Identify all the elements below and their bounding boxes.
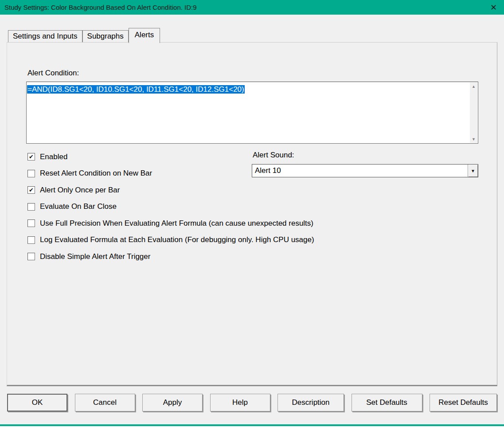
dialog-button-label: Cancel <box>93 398 117 407</box>
tab-label: Settings and Inputs <box>13 32 78 40</box>
dialog-button[interactable]: OK <box>7 394 67 411</box>
checkbox-label: Disable Simple Alert After Trigger <box>40 252 150 261</box>
checkbox-label: Log Evaluated Formula at Each Evaluation… <box>40 235 314 244</box>
button-row: OK Cancel Apply Help Description Set Def… <box>7 394 497 411</box>
checkbox-row[interactable]: ✔ Alert Only Once per Bar <box>27 185 314 195</box>
alert-sound-label: Alert Sound: <box>253 151 294 160</box>
checkbox-label: Reset Alert Condition on New Bar <box>40 169 152 178</box>
alert-condition-label: Alert Condition: <box>27 69 79 78</box>
dialog-button[interactable]: Reset Defaults <box>430 394 497 411</box>
alert-sound-select[interactable]: Alert 10 ▼ <box>252 164 478 177</box>
tab-label: Alerts <box>135 31 154 39</box>
tab[interactable]: Alerts <box>129 28 160 43</box>
checkbox[interactable]: ✔ <box>27 153 35 161</box>
dialog-button-label: Reset Defaults <box>438 398 488 407</box>
checkbox-label: Use Full Precision When Evaluating Alert… <box>40 219 313 228</box>
alert-condition-text: =AND(ID8.SG1<20, ID10.SG1<20, ID11.SG1<2… <box>27 85 469 94</box>
tab-strip: Settings and Inputs Subgraphs Alerts <box>8 28 160 43</box>
checkbox[interactable] <box>27 236 35 244</box>
checkbox-row[interactable]: Log Evaluated Formula at Each Evaluation… <box>27 235 314 245</box>
checkbox[interactable]: ✔ <box>27 186 35 194</box>
vertical-scrollbar[interactable]: ▲ ▼ <box>470 82 477 143</box>
study-settings-dialog: Study Settings: Color Background Based O… <box>0 0 504 427</box>
tab[interactable]: Subgraphs <box>82 30 129 42</box>
dialog-button-label: Apply <box>163 398 182 407</box>
checkbox[interactable] <box>27 219 35 227</box>
dialog-button[interactable]: Set Defaults <box>352 394 422 411</box>
checkbox[interactable] <box>27 170 35 177</box>
dialog-button-label: Description <box>292 398 329 407</box>
dialog-button[interactable]: Help <box>210 394 270 411</box>
close-icon[interactable]: ✕ <box>488 3 499 12</box>
checkbox[interactable] <box>27 203 35 211</box>
dialog-button-label: Help <box>232 398 248 407</box>
checkbox-label: Evaluate On Bar Close <box>40 202 117 211</box>
window-title: Study Settings: Color Background Based O… <box>4 4 197 11</box>
tab-label: Subgraphs <box>87 32 124 40</box>
dialog-button[interactable]: Cancel <box>75 394 135 411</box>
alert-condition-input[interactable]: =AND(ID8.SG1<20, ID10.SG1<20, ID11.SG1<2… <box>26 82 478 144</box>
chevron-down-icon[interactable]: ▼ <box>468 165 478 177</box>
alert-condition-selected-text: =AND(ID8.SG1<20, ID10.SG1<20, ID11.SG1<2… <box>27 85 245 94</box>
checkbox-label: Enabled <box>40 153 67 161</box>
checkbox-row[interactable]: Evaluate On Bar Close <box>27 202 314 212</box>
checkbox-label: Alert Only Once per Bar <box>40 186 120 195</box>
dialog-button[interactable]: Apply <box>142 394 203 411</box>
dialog-button-label: OK <box>32 398 43 407</box>
alert-sound-value: Alert 10 <box>252 165 468 177</box>
scroll-down-icon[interactable]: ▼ <box>470 135 477 143</box>
dialog-button-label: Set Defaults <box>366 398 407 407</box>
dialog-button[interactable]: Description <box>277 394 344 411</box>
scroll-up-icon[interactable]: ▲ <box>470 82 477 90</box>
titlebar[interactable]: Study Settings: Color Background Based O… <box>0 0 504 15</box>
checkbox-row[interactable]: Use Full Precision When Evaluating Alert… <box>27 219 314 228</box>
checkbox[interactable] <box>27 253 35 260</box>
tab[interactable]: Settings and Inputs <box>8 30 82 42</box>
checkbox-row[interactable]: Disable Simple Alert After Trigger <box>27 252 314 261</box>
